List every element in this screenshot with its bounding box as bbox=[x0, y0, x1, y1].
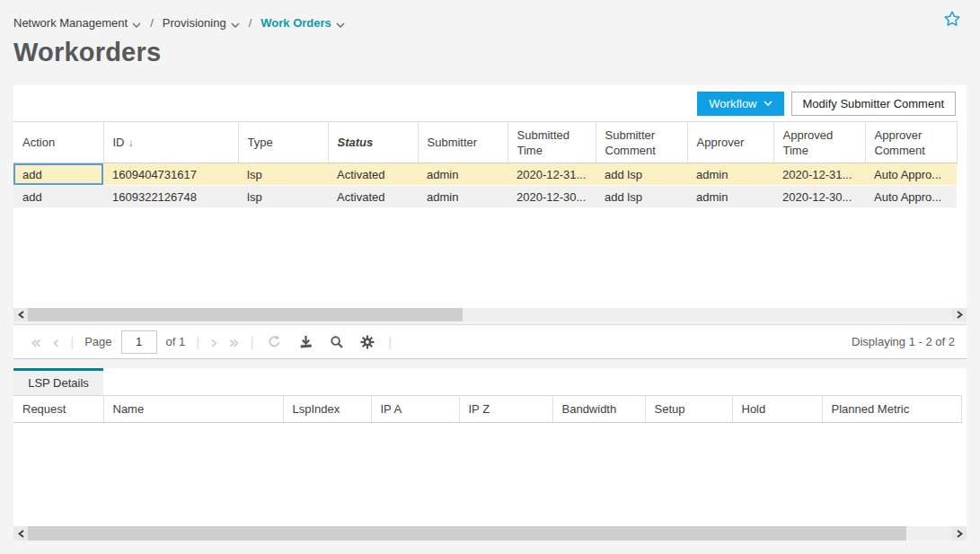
cell-type[interactable]: lsp bbox=[238, 186, 328, 208]
sort-desc-icon: ↓ bbox=[128, 136, 134, 149]
toolbar-separator: | bbox=[70, 334, 74, 349]
column-header-submitter[interactable]: Submitter bbox=[418, 122, 508, 163]
actions-toolbar: Workflow Modify Submitter Comment bbox=[13, 85, 967, 121]
cell-id[interactable]: 1609404731617 bbox=[103, 163, 238, 186]
download-icon[interactable] bbox=[298, 335, 313, 349]
cell-approver[interactable]: admin bbox=[687, 163, 773, 186]
column-header-hold[interactable]: Hold bbox=[732, 396, 822, 423]
workflow-button-label: Workflow bbox=[709, 97, 756, 110]
table-row[interactable]: add 1609404731617 lsp Activated admin 20… bbox=[13, 163, 957, 186]
lsp-header-row: Request Name LspIndex IP A IP Z Bandwidt… bbox=[13, 396, 961, 423]
cell-action[interactable]: add bbox=[13, 163, 103, 186]
breadcrumb-label: Provisioning bbox=[163, 16, 226, 30]
cell-approved-time[interactable]: 2020-12-30... bbox=[773, 186, 865, 208]
displaying-label: Displaying 1 - 2 of 2 bbox=[852, 335, 955, 348]
column-header-id[interactable]: ID↓ bbox=[103, 122, 238, 163]
details-horizontal-scrollbar[interactable] bbox=[13, 526, 967, 541]
breadcrumb-separator: / bbox=[147, 16, 156, 30]
cell-submitter-comment[interactable]: add lsp bbox=[596, 186, 687, 208]
scroll-left-icon[interactable] bbox=[13, 526, 28, 541]
paging-toolbar: « ‹ | Page of 1 | › » | bbox=[13, 324, 967, 359]
cell-type[interactable]: lsp bbox=[238, 163, 328, 186]
column-header-status[interactable]: Status bbox=[328, 122, 418, 163]
scrollbar-thumb[interactable] bbox=[28, 526, 906, 541]
title-block: Workorders bbox=[0, 31, 980, 85]
cell-approved-time[interactable]: 2020-12-31... bbox=[773, 163, 865, 186]
chevron-down-icon bbox=[231, 17, 240, 31]
table-row[interactable]: add 1609322126748 lsp Activated admin 20… bbox=[13, 186, 957, 208]
scroll-right-icon[interactable] bbox=[952, 308, 967, 321]
search-icon[interactable] bbox=[330, 335, 344, 349]
workflow-button[interactable]: Workflow bbox=[697, 92, 783, 116]
chevron-down-icon bbox=[132, 17, 141, 31]
breadcrumb-label: Network Management bbox=[13, 16, 128, 30]
cell-submitted-time[interactable]: 2020-12-31... bbox=[508, 163, 596, 186]
column-header-name[interactable]: Name bbox=[103, 396, 283, 423]
column-header-request[interactable]: Request bbox=[13, 396, 103, 423]
scroll-right-icon[interactable] bbox=[952, 526, 967, 541]
scroll-left-icon[interactable] bbox=[13, 308, 28, 321]
tab-lsp-details[interactable]: LSP Details bbox=[13, 368, 103, 395]
refresh-icon[interactable] bbox=[267, 334, 282, 349]
breadcrumb-item-provisioning[interactable]: Provisioning bbox=[163, 15, 240, 31]
empty-table-area bbox=[13, 208, 967, 308]
chevron-down-icon bbox=[336, 17, 345, 31]
cell-submitter[interactable]: admin bbox=[418, 163, 508, 186]
cell-approver[interactable]: admin bbox=[687, 186, 773, 208]
cell-approver-comment[interactable]: Auto Appro... bbox=[865, 163, 957, 186]
cell-status[interactable]: Activated bbox=[328, 163, 418, 186]
prev-page-icon[interactable]: ‹ bbox=[52, 333, 59, 351]
scrollbar-thumb[interactable] bbox=[28, 308, 463, 321]
column-header-submitter-comment[interactable]: Submitter Comment bbox=[596, 122, 687, 163]
next-page-icon[interactable]: › bbox=[210, 333, 217, 351]
cell-approver-comment[interactable]: Auto Appro... bbox=[865, 186, 957, 208]
workorders-table: Action ID↓ Type Status Submitter Submitt… bbox=[13, 121, 958, 208]
gear-icon[interactable] bbox=[360, 335, 375, 349]
workorders-header-row: Action ID↓ Type Status Submitter Submitt… bbox=[13, 122, 957, 163]
page-count-label: of 1 bbox=[166, 335, 186, 348]
toolbar-separator: | bbox=[196, 334, 199, 349]
last-page-icon[interactable]: » bbox=[228, 333, 239, 351]
top-bar: Network Management / Provisioning / Work… bbox=[0, 0, 980, 31]
column-header-ip-z[interactable]: IP Z bbox=[459, 396, 552, 423]
breadcrumb-label: Work Orders bbox=[260, 16, 331, 30]
cell-submitted-time[interactable]: 2020-12-30... bbox=[508, 186, 596, 208]
toolbar-separator: | bbox=[250, 334, 253, 349]
column-header-bandwidth[interactable]: Bandwidth bbox=[552, 396, 645, 423]
breadcrumb-separator: / bbox=[246, 16, 255, 30]
cell-status[interactable]: Activated bbox=[328, 186, 418, 208]
column-header-planned-metric[interactable]: Planned Metric bbox=[822, 396, 961, 423]
column-header-action[interactable]: Action bbox=[13, 122, 103, 163]
cell-id[interactable]: 1609322126748 bbox=[103, 186, 238, 208]
modify-submitter-comment-button[interactable]: Modify Submitter Comment bbox=[791, 92, 957, 116]
column-header-setup[interactable]: Setup bbox=[645, 396, 732, 423]
chevron-down-icon bbox=[764, 101, 773, 106]
first-page-icon[interactable]: « bbox=[31, 333, 41, 351]
workorders-panel: Workflow Modify Submitter Comment Action… bbox=[13, 85, 967, 321]
column-header-ip-a[interactable]: IP A bbox=[371, 396, 459, 423]
workorders-horizontal-scrollbar[interactable] bbox=[13, 308, 967, 321]
cell-submitter-comment[interactable]: add lsp bbox=[596, 163, 687, 186]
breadcrumb-item-work-orders[interactable]: Work Orders bbox=[260, 15, 345, 31]
tab-label: LSP Details bbox=[28, 376, 89, 390]
cell-submitter[interactable]: admin bbox=[418, 186, 508, 208]
empty-details-area bbox=[13, 423, 967, 526]
cell-action[interactable]: add bbox=[13, 186, 103, 208]
breadcrumb-item-network-management[interactable]: Network Management bbox=[13, 15, 141, 31]
lsp-details-table: Request Name LspIndex IP A IP Z Bandwidt… bbox=[13, 395, 962, 423]
scrollbar-track[interactable] bbox=[28, 308, 952, 321]
details-tabstrip: LSP Details bbox=[13, 368, 967, 395]
column-header-approver[interactable]: Approver bbox=[687, 122, 773, 163]
details-panel: LSP Details Request Name LspIndex IP A I… bbox=[13, 368, 967, 541]
column-header-type[interactable]: Type bbox=[238, 122, 328, 163]
breadcrumb: Network Management / Provisioning / Work… bbox=[13, 15, 345, 31]
scrollbar-track[interactable] bbox=[28, 526, 952, 541]
column-header-lspindex[interactable]: LspIndex bbox=[283, 396, 371, 423]
favorite-star-icon[interactable] bbox=[943, 10, 961, 31]
page-input[interactable] bbox=[121, 330, 157, 354]
page-title: Workorders bbox=[13, 38, 967, 67]
column-header-approved-time[interactable]: Approved Time bbox=[773, 122, 865, 163]
page-bottom-margin bbox=[0, 541, 980, 554]
column-header-submitted-time[interactable]: Submitted Time bbox=[508, 122, 596, 163]
column-header-approver-comment[interactable]: Approver Comment bbox=[865, 122, 957, 163]
